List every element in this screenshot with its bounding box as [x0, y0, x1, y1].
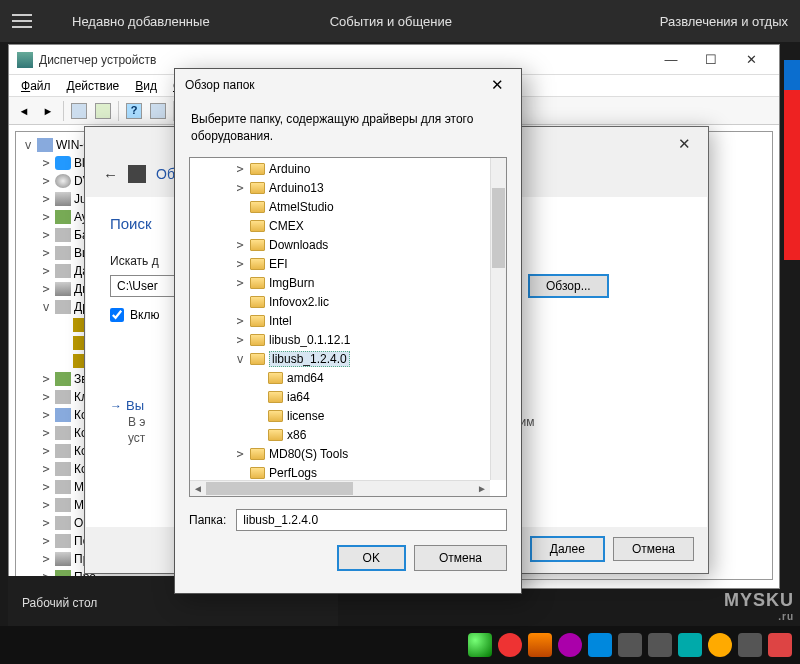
browse-folder-row[interactable]: vlibusb_1.2.4.0: [190, 350, 506, 369]
wizard-close-button[interactable]: ✕: [670, 130, 698, 158]
wizard-cancel-button[interactable]: Отмена: [613, 537, 694, 561]
browse-folder-row[interactable]: x86: [190, 426, 506, 445]
browse-folder-row[interactable]: >Arduino: [190, 160, 506, 179]
tray-icon-3[interactable]: [528, 633, 552, 657]
tray-icon-6[interactable]: [618, 633, 642, 657]
browse-folder-row[interactable]: >EFI: [190, 255, 506, 274]
browse-folder-label: Папка:: [189, 513, 226, 527]
browse-ok-button[interactable]: OK: [337, 545, 406, 571]
taskbar: [0, 626, 800, 664]
wizard-browse-button[interactable]: Обзор...: [528, 274, 609, 298]
browse-folder-dialog: Обзор папок ✕ Выберите папку, содержащую…: [174, 68, 522, 594]
browse-titlebar[interactable]: Обзор папок ✕: [175, 69, 521, 101]
system-tray: [468, 633, 792, 657]
tray-icon-11[interactable]: [768, 633, 792, 657]
tray-icon-firefox[interactable]: [708, 633, 732, 657]
hamburger-icon[interactable]: [12, 14, 32, 28]
tray-icon-10[interactable]: [738, 633, 762, 657]
browse-folder-input[interactable]: [236, 509, 507, 531]
maximize-button[interactable]: ☐: [691, 46, 731, 74]
tray-icon-7[interactable]: [648, 633, 672, 657]
browse-folder-row[interactable]: Infovox2.lic: [190, 293, 506, 312]
include-subfolders-checkbox[interactable]: [110, 308, 124, 322]
topbar-entertainment[interactable]: Развлечения и отдых: [660, 14, 788, 29]
browse-folder-row[interactable]: >Intel: [190, 312, 506, 331]
browse-cancel-button[interactable]: Отмена: [414, 545, 507, 571]
browse-folder-row[interactable]: >libusb_0.1.12.1: [190, 331, 506, 350]
watermark: MYSKU.ru: [724, 590, 794, 622]
tb-1[interactable]: [68, 100, 90, 122]
browse-hscrollbar[interactable]: ◄ ►: [190, 480, 490, 496]
tray-icon-4[interactable]: [558, 633, 582, 657]
tray-icon-5[interactable]: [588, 633, 612, 657]
topbar-recent[interactable]: Недавно добавленные: [72, 14, 210, 29]
topbar-events[interactable]: События и общение: [330, 14, 452, 29]
browse-folder-row[interactable]: >Downloads: [190, 236, 506, 255]
wizard-back-button[interactable]: ←: [103, 166, 118, 183]
minimize-button[interactable]: —: [651, 46, 691, 74]
start-menu-topbar: Недавно добавленные События и общение Ра…: [0, 0, 800, 42]
hscroll-left[interactable]: ◄: [190, 481, 206, 496]
browse-vscrollbar[interactable]: [490, 158, 506, 480]
browse-folder-row[interactable]: license: [190, 407, 506, 426]
browse-folder-row[interactable]: >ImgBurn: [190, 274, 506, 293]
right-panel-edge: [784, 60, 800, 260]
tb-back[interactable]: ◄: [13, 100, 35, 122]
menu-action[interactable]: Действие: [59, 77, 128, 95]
tb-fwd[interactable]: ►: [37, 100, 59, 122]
hscroll-right[interactable]: ►: [474, 481, 490, 496]
chip-icon: [128, 165, 146, 183]
tray-icon-1[interactable]: [468, 633, 492, 657]
browse-folder-tree[interactable]: >Arduino>Arduino13AtmelStudioCMEX>Downlo…: [189, 157, 507, 497]
browse-title-text: Обзор папок: [185, 78, 483, 92]
close-button[interactable]: ✕: [731, 46, 771, 74]
tray-icon-8[interactable]: [678, 633, 702, 657]
vscroll-thumb[interactable]: [492, 188, 505, 268]
devmgr-icon: [17, 52, 33, 68]
browse-instruction: Выберите папку, содержащую драйверы для …: [175, 101, 521, 157]
tb-2[interactable]: [92, 100, 114, 122]
browse-folder-row[interactable]: AtmelStudio: [190, 198, 506, 217]
menu-view[interactable]: Вид: [127, 77, 165, 95]
tray-icon-2[interactable]: [498, 633, 522, 657]
tb-help[interactable]: ?: [123, 100, 145, 122]
browse-folder-row[interactable]: >Arduino13: [190, 179, 506, 198]
browse-folder-row[interactable]: >MD80(S) Tools: [190, 445, 506, 464]
browse-folder-row[interactable]: amd64: [190, 369, 506, 388]
devmgr-title: Диспетчер устройств: [39, 53, 651, 67]
start-desktop[interactable]: Рабочий стол: [22, 596, 324, 610]
browse-close-button[interactable]: ✕: [483, 76, 511, 94]
browse-folder-row[interactable]: ia64: [190, 388, 506, 407]
tb-3[interactable]: [147, 100, 169, 122]
browse-folder-row[interactable]: CMEX: [190, 217, 506, 236]
menu-file[interactable]: Файл: [13, 77, 59, 95]
hscroll-thumb[interactable]: [206, 482, 353, 495]
wizard-next-button[interactable]: Далее: [530, 536, 605, 562]
